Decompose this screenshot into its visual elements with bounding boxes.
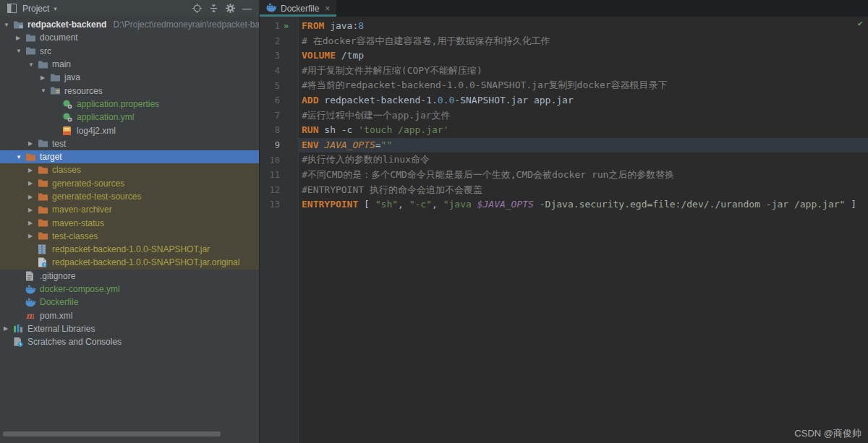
code-line-1[interactable]: FROM java:8 bbox=[299, 19, 868, 34]
tree-collapsed-arrow-icon[interactable]: ▶ bbox=[4, 325, 13, 332]
resources-folder-icon bbox=[50, 86, 63, 95]
tree-item-maven-status[interactable]: ▶maven-status bbox=[0, 216, 259, 229]
tree-item-label: docker-compose.yml bbox=[40, 284, 120, 294]
code-line-7[interactable]: #运行过程中创建一个app.jar文件 bbox=[299, 108, 868, 124]
tree-item-classes[interactable]: ▶classes bbox=[0, 163, 259, 176]
project-root-path: D:\Project\redmoneyrain\redpacket-back bbox=[113, 20, 259, 30]
hide-panel-icon[interactable]: — bbox=[241, 2, 253, 14]
tree-item--gitignore[interactable]: .gitignore bbox=[0, 270, 259, 283]
tree-expanded-arrow-icon[interactable]: ▼ bbox=[16, 154, 25, 160]
tree-item-java[interactable]: ▶java bbox=[0, 71, 259, 84]
tree-collapsed-arrow-icon[interactable]: ▶ bbox=[28, 194, 38, 200]
svg-text:?: ? bbox=[43, 262, 46, 267]
tree-item-resources[interactable]: ▼resources bbox=[0, 84, 259, 97]
line-number: 6 bbox=[260, 95, 284, 106]
tree-item-application-properties[interactable]: application.properties bbox=[0, 98, 259, 111]
gutter-line-3: 3 bbox=[260, 48, 298, 64]
text-file-icon bbox=[25, 271, 38, 281]
gutter-line-5: 5 bbox=[260, 78, 298, 93]
project-panel-title[interactable]: Project bbox=[22, 4, 49, 14]
code-line-5[interactable]: #将当前的redpacket-backend-1.0.0-SNAPSHOT.ja… bbox=[299, 78, 868, 93]
settings-gear-icon[interactable] bbox=[224, 2, 237, 14]
tree-item-log4j2-xml[interactable]: log4j2.xml bbox=[0, 124, 259, 137]
tree-item-external-libraries[interactable]: ▶External Libraries bbox=[0, 322, 259, 335]
folder-icon bbox=[38, 60, 51, 69]
tree-item-redpacket-backend-1-0-0-snapshot-jar[interactable]: redpacket-backend-1.0.0-SNAPSHOT.jar bbox=[0, 243, 259, 256]
code-line-8[interactable]: RUN sh -c 'touch /app.jar' bbox=[299, 123, 868, 138]
project-tree: ▼redpacket-backendD:\Project\redmoneyrai… bbox=[0, 17, 259, 348]
code-line-9[interactable]: ENV JAVA_OPTS="" bbox=[299, 138, 868, 153]
line-number: 8 bbox=[260, 125, 284, 135]
gutter-line-11: 11 bbox=[260, 168, 298, 183]
folder-icon bbox=[38, 139, 51, 148]
horizontal-scrollbar[interactable] bbox=[3, 431, 221, 436]
tree-item-application-yml[interactable]: application.yml bbox=[0, 111, 259, 124]
tree-item-generated-test-sources[interactable]: ▶generated-test-sources bbox=[0, 190, 259, 203]
code-line-10[interactable]: #执行传入的参数的linux命令 bbox=[299, 152, 868, 168]
chevron-down-icon[interactable]: ▾ bbox=[54, 5, 57, 12]
tab-dockerfile[interactable]: Dockerfile × bbox=[260, 0, 336, 17]
tree-expanded-arrow-icon[interactable]: ▼ bbox=[16, 48, 25, 54]
tree-item-label: test bbox=[52, 139, 66, 149]
run-icon[interactable]: » bbox=[284, 22, 298, 30]
tree-collapsed-arrow-icon[interactable]: ▶ bbox=[28, 233, 38, 239]
tree-item-test-classes[interactable]: ▶test-classes bbox=[0, 230, 259, 243]
code-line-3[interactable]: VOLUME /tmp bbox=[299, 48, 868, 64]
spring-config-icon bbox=[62, 99, 75, 109]
spring-config-icon bbox=[62, 112, 75, 122]
tree-item-document[interactable]: ▶document bbox=[0, 31, 259, 44]
tree-item-src[interactable]: ▼src bbox=[0, 45, 259, 58]
gutter-line-6: 6 bbox=[260, 93, 298, 108]
gutter-line-7: 7 bbox=[260, 108, 298, 124]
code-line-13[interactable]: ENTRYPOINT [ "sh", "-c", "java $JAVA_OPT… bbox=[299, 197, 868, 212]
tree-expanded-arrow-icon[interactable]: ▼ bbox=[28, 61, 38, 68]
code-line-12[interactable]: #ENTRYPOINT 执行的命令会追加不会覆盖 bbox=[299, 183, 868, 198]
line-number: 1 bbox=[260, 21, 284, 31]
tree-item-label: pom.xml bbox=[40, 311, 72, 321]
project-panel-header: Project ▾ — bbox=[0, 0, 260, 17]
locate-file-icon[interactable] bbox=[191, 2, 203, 14]
tree-item-docker-compose-yml[interactable]: docker-compose.yml bbox=[0, 283, 259, 296]
code-area[interactable]: FROM java:8# 在docker容器中自建容器卷,用于数据保存和持久化工… bbox=[299, 17, 868, 443]
tree-item-redpacket-backend[interactable]: ▼redpacket-backendD:\Project\redmoneyrai… bbox=[0, 18, 259, 31]
tree-expanded-arrow-icon[interactable]: ▼ bbox=[4, 22, 13, 28]
code-line-4[interactable]: #用于复制文件并解压缩(COPY不能解压缩) bbox=[299, 64, 868, 79]
code-line-6[interactable]: ADD redpacket-backend-1.0.0-SNAPSHOT.jar… bbox=[299, 93, 868, 108]
line-number: 4 bbox=[260, 66, 284, 76]
tree-collapsed-arrow-icon[interactable]: ▶ bbox=[41, 74, 50, 81]
folder-icon bbox=[25, 33, 38, 43]
tree-item-test[interactable]: ▶test bbox=[0, 137, 259, 150]
tree-item-label: redpacket-backend bbox=[27, 20, 106, 30]
tree-item-label: generated-test-sources bbox=[52, 192, 141, 202]
tree-item-label: External Libraries bbox=[27, 324, 95, 334]
tree-item-pom-xml[interactable]: mpom.xml bbox=[0, 309, 259, 322]
tree-item-maven-archiver[interactable]: ▶maven-archiver bbox=[0, 203, 259, 216]
tree-expanded-arrow-icon[interactable]: ▼ bbox=[41, 87, 50, 94]
close-icon[interactable]: × bbox=[325, 4, 330, 14]
svg-text:m: m bbox=[26, 311, 35, 320]
tree-item-label: maven-status bbox=[52, 218, 104, 228]
excluded-folder-icon bbox=[38, 192, 51, 202]
project-tool-window-icon bbox=[6, 2, 18, 14]
tree-item-label: resources bbox=[64, 86, 103, 96]
tree-item-scratches-and-consoles[interactable]: Scratches and Consoles bbox=[0, 335, 259, 348]
top-bar: Project ▾ — Dockerfile × bbox=[0, 0, 868, 17]
tree-item-redpacket-backend-1-0-0-snapshot-jar-original[interactable]: ?redpacket-backend-1.0.0-SNAPSHOT.jar.or… bbox=[0, 256, 259, 269]
tree-collapsed-arrow-icon[interactable]: ▶ bbox=[28, 180, 38, 186]
code-line-2[interactable]: # 在docker容器中自建容器卷,用于数据保存和持久化工作 bbox=[299, 34, 868, 49]
code-line-11[interactable]: #不同CMD的是：多个CMD命令只能是最后一个生效,CMD会被docker ru… bbox=[299, 168, 868, 183]
tree-collapsed-arrow-icon[interactable]: ▶ bbox=[16, 35, 25, 41]
tree-collapsed-arrow-icon[interactable]: ▶ bbox=[28, 220, 38, 226]
tree-collapsed-arrow-icon[interactable]: ▶ bbox=[28, 207, 38, 213]
line-number: 7 bbox=[260, 111, 284, 121]
docker-file-icon bbox=[25, 285, 38, 294]
tree-item-generated-sources[interactable]: ▶generated-sources bbox=[0, 177, 259, 190]
tree-collapsed-arrow-icon[interactable]: ▶ bbox=[28, 167, 38, 173]
tree-item-target[interactable]: ▼target bbox=[0, 150, 259, 163]
excluded-folder-icon bbox=[25, 152, 38, 162]
tree-item-dockerfile[interactable]: Dockerfile bbox=[0, 296, 259, 309]
line-number: 10 bbox=[260, 155, 284, 165]
tree-collapsed-arrow-icon[interactable]: ▶ bbox=[28, 140, 38, 147]
tree-item-main[interactable]: ▼main bbox=[0, 58, 259, 71]
collapse-all-icon[interactable] bbox=[208, 2, 220, 14]
